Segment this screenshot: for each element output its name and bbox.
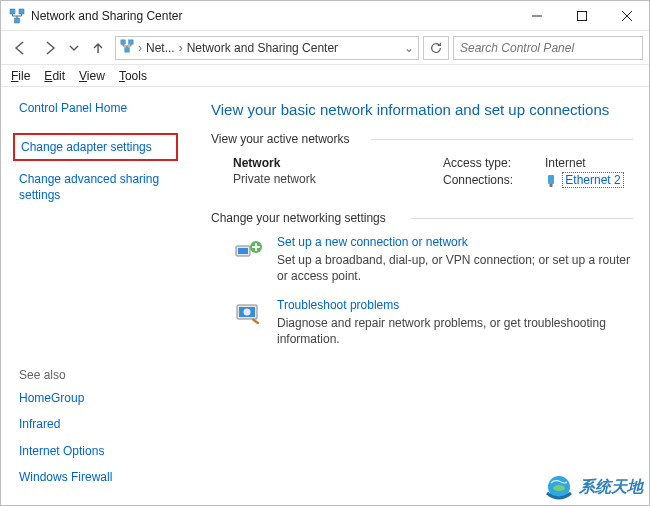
menubar: File Edit View Tools: [1, 65, 649, 87]
svg-point-14: [244, 309, 251, 316]
see-also-heading: See also: [19, 368, 191, 382]
forward-button[interactable]: [37, 35, 63, 61]
svg-rect-10: [238, 248, 248, 254]
change-adapter-settings-link[interactable]: Change adapter settings: [13, 133, 178, 161]
close-button[interactable]: [604, 1, 649, 30]
breadcrumb-item[interactable]: Net...: [146, 41, 175, 55]
change-advanced-sharing-link[interactable]: Change advanced sharing settings: [19, 171, 184, 203]
chevron-right-icon: ›: [179, 41, 183, 55]
troubleshoot-item: Troubleshoot problems Diagnose and repai…: [233, 298, 633, 347]
svg-rect-3: [577, 11, 586, 20]
connections-label: Connections:: [443, 173, 533, 187]
see-also-internet-options[interactable]: Internet Options: [19, 443, 184, 459]
content-area: Control Panel Home Change adapter settin…: [1, 87, 649, 505]
minimize-button[interactable]: [514, 1, 559, 30]
page-heading: View your basic network information and …: [211, 101, 633, 118]
network-type: Private network: [233, 172, 443, 186]
network-center-icon: [120, 39, 134, 56]
ethernet-icon: [545, 174, 557, 188]
search-input[interactable]: [453, 36, 643, 60]
svg-rect-1: [19, 9, 24, 14]
setup-connection-item: Set up a new connection or network Set u…: [233, 235, 633, 284]
address-bar[interactable]: › Net... › Network and Sharing Center ⌄: [115, 36, 419, 60]
menu-tools[interactable]: Tools: [119, 69, 147, 83]
svg-rect-7: [548, 175, 554, 184]
maximize-button[interactable]: [559, 1, 604, 30]
chevron-right-icon: ›: [138, 41, 142, 55]
troubleshoot-link[interactable]: Troubleshoot problems: [277, 298, 633, 312]
back-button[interactable]: [7, 35, 33, 61]
control-panel-home-link[interactable]: Control Panel Home: [19, 101, 191, 115]
svg-rect-5: [129, 40, 133, 44]
active-network-block: Network Private network Access type: Int…: [233, 156, 633, 191]
window-controls: [514, 1, 649, 30]
sidebar: Control Panel Home Change adapter settin…: [1, 87, 201, 505]
menu-file[interactable]: File: [11, 69, 30, 83]
troubleshoot-desc: Diagnose and repair network problems, or…: [277, 315, 633, 347]
history-dropdown[interactable]: [67, 35, 81, 61]
network-name: Network: [233, 156, 443, 170]
svg-rect-4: [121, 40, 125, 44]
see-also-windows-firewall[interactable]: Windows Firewall: [19, 469, 184, 485]
titlebar: Network and Sharing Center: [1, 1, 649, 31]
svg-rect-6: [125, 48, 129, 52]
see-also-infrared[interactable]: Infrared: [19, 416, 184, 432]
svg-rect-8: [550, 184, 553, 187]
change-settings-heading: Change your networking settings: [211, 211, 633, 225]
svg-rect-0: [10, 9, 15, 14]
setup-connection-link[interactable]: Set up a new connection or network: [277, 235, 633, 249]
see-also-homegroup[interactable]: HomeGroup: [19, 390, 184, 406]
window-title: Network and Sharing Center: [31, 9, 514, 23]
svg-rect-2: [15, 18, 20, 23]
refresh-button[interactable]: [423, 36, 449, 60]
troubleshoot-icon: [233, 298, 265, 330]
setup-connection-icon: [233, 235, 265, 267]
access-type-value: Internet: [545, 156, 586, 170]
globe-icon: [545, 473, 573, 501]
connection-link[interactable]: Ethernet 2: [562, 172, 623, 188]
access-type-label: Access type:: [443, 156, 533, 170]
main-panel: View your basic network information and …: [201, 87, 649, 505]
setup-connection-desc: Set up a broadband, dial-up, or VPN conn…: [277, 252, 633, 284]
chevron-down-icon[interactable]: ⌄: [404, 41, 414, 55]
menu-edit[interactable]: Edit: [44, 69, 65, 83]
svg-point-17: [553, 485, 565, 491]
watermark: 系统天地: [545, 473, 643, 501]
breadcrumb-item[interactable]: Network and Sharing Center: [187, 41, 338, 55]
network-center-icon: [9, 8, 25, 24]
active-networks-heading: View your active networks: [211, 132, 633, 146]
nav-toolbar: › Net... › Network and Sharing Center ⌄: [1, 31, 649, 65]
up-button[interactable]: [85, 35, 111, 61]
watermark-text: 系统天地: [579, 477, 643, 498]
menu-view[interactable]: View: [79, 69, 105, 83]
